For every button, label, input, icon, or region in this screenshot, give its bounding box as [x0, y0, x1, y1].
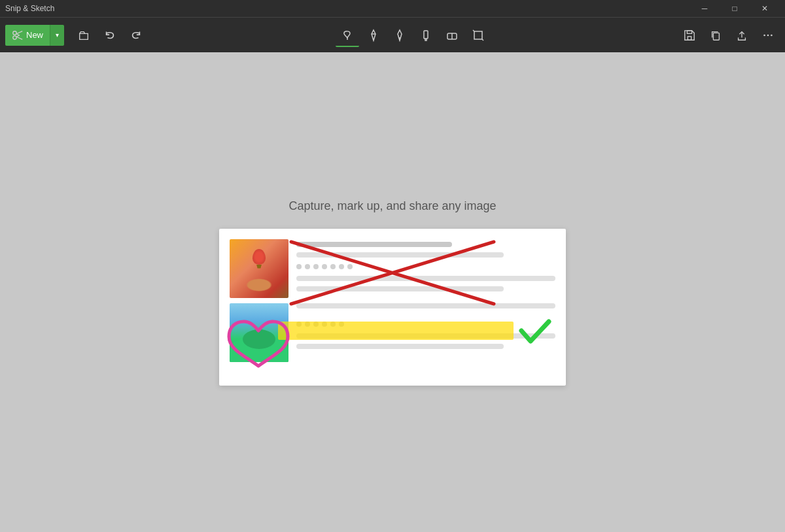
- open-button[interactable]: [72, 24, 96, 47]
- svg-line-12: [482, 39, 483, 41]
- maximize-button[interactable]: □: [720, 0, 750, 17]
- new-dropdown-button[interactable]: ▾: [50, 25, 64, 46]
- svg-rect-15: [713, 33, 719, 40]
- dot-2: [305, 264, 310, 269]
- ballpoint-pen-button[interactable]: [362, 24, 385, 47]
- window-controls: ─ □ ✕: [689, 0, 780, 17]
- tagline: Capture, mark up, and share any image: [288, 199, 496, 213]
- crop-icon: [472, 29, 485, 42]
- dot-6: [339, 264, 344, 269]
- toolbar: New ▾: [0, 17, 785, 52]
- card-images: [230, 239, 288, 375]
- save-button[interactable]: [678, 24, 701, 47]
- eraser-button[interactable]: [440, 24, 464, 47]
- highlighter-icon: [419, 29, 432, 42]
- content-line-5: [296, 303, 555, 308]
- svg-line-11: [473, 30, 474, 31]
- center-tools: [150, 24, 675, 47]
- card-content: [296, 239, 555, 375]
- touch-writing-button[interactable]: [336, 24, 359, 47]
- svg-point-19: [771, 34, 773, 36]
- highlighted-row: [296, 297, 555, 315]
- svg-line-3: [16, 37, 22, 39]
- redo-icon: [130, 29, 142, 41]
- content-line-3: [296, 276, 555, 281]
- content-line-7: [296, 344, 504, 349]
- crop-button[interactable]: [466, 24, 490, 47]
- share-icon: [736, 29, 748, 41]
- image-1: [230, 239, 288, 298]
- balloon-decoration: [253, 249, 266, 265]
- new-label: New: [26, 30, 43, 40]
- scissors-icon: [12, 29, 24, 41]
- svg-rect-14: [687, 30, 691, 33]
- svg-point-1: [13, 35, 16, 39]
- svg-rect-7: [424, 31, 428, 39]
- svg-point-0: [13, 31, 16, 34]
- pencil-button[interactable]: [388, 24, 411, 47]
- right-tools: [678, 24, 780, 47]
- save-icon: [684, 29, 695, 41]
- highlighter-button[interactable]: [414, 24, 438, 47]
- minimize-button[interactable]: ─: [689, 0, 720, 17]
- dot-5: [330, 264, 336, 269]
- new-button[interactable]: New: [5, 25, 50, 46]
- more-options-button[interactable]: [756, 24, 780, 47]
- svg-point-18: [767, 34, 769, 36]
- dot-7: [347, 264, 353, 269]
- content-line-1: [296, 242, 452, 247]
- redo-button[interactable]: [124, 24, 148, 47]
- dots-row-1: [296, 264, 555, 269]
- svg-line-5: [16, 35, 20, 37]
- copy-icon: [710, 29, 722, 41]
- svg-rect-10: [474, 31, 482, 39]
- ballpoint-pen-icon: [367, 29, 380, 42]
- close-button[interactable]: ✕: [750, 0, 780, 17]
- new-button-group: New ▾: [5, 25, 64, 46]
- copy-button[interactable]: [704, 24, 727, 47]
- undo-icon: [104, 29, 116, 41]
- dot-4: [322, 264, 327, 269]
- yellow-highlight: [278, 322, 514, 340]
- illustration-card: [219, 229, 566, 386]
- svg-line-2: [16, 31, 22, 33]
- dot-1: [296, 264, 302, 269]
- eraser-icon: [445, 29, 459, 42]
- undo-button[interactable]: [98, 24, 122, 47]
- open-icon: [78, 29, 90, 41]
- content-line-2: [296, 252, 504, 258]
- pencil-icon: [393, 29, 406, 42]
- svg-rect-13: [688, 36, 691, 39]
- dot-3: [313, 264, 319, 269]
- app-title: Snip & Sketch: [5, 4, 689, 13]
- share-button[interactable]: [730, 24, 754, 47]
- touch-writing-icon: [341, 28, 354, 41]
- more-icon: [762, 29, 774, 41]
- svg-point-17: [763, 34, 765, 36]
- content-line-4: [296, 286, 504, 291]
- main-content: Capture, mark up, and share any image: [0, 52, 785, 532]
- title-bar: Snip & Sketch ─ □ ✕: [0, 0, 785, 17]
